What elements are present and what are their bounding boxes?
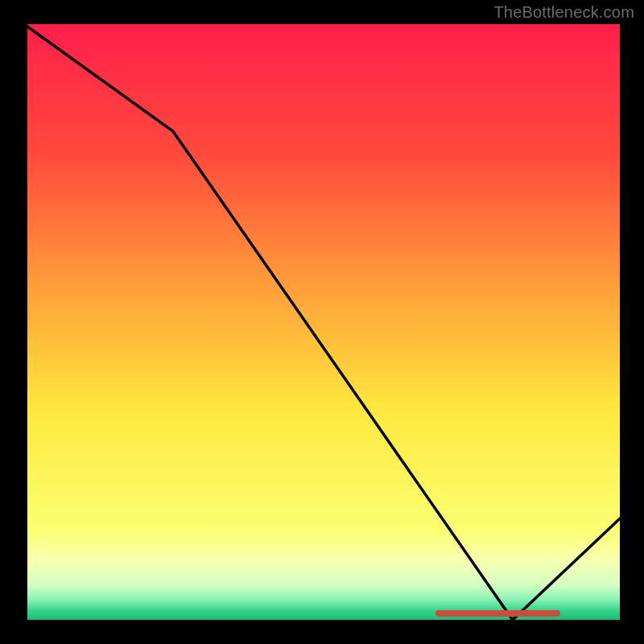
- chart-container: TheBottleneck.com: [0, 0, 644, 644]
- sweet-spot-marker: [436, 610, 560, 617]
- bottleneck-curve: [24, 24, 620, 620]
- watermark-text: TheBottleneck.com: [493, 3, 634, 22]
- plot-area: [24, 24, 620, 620]
